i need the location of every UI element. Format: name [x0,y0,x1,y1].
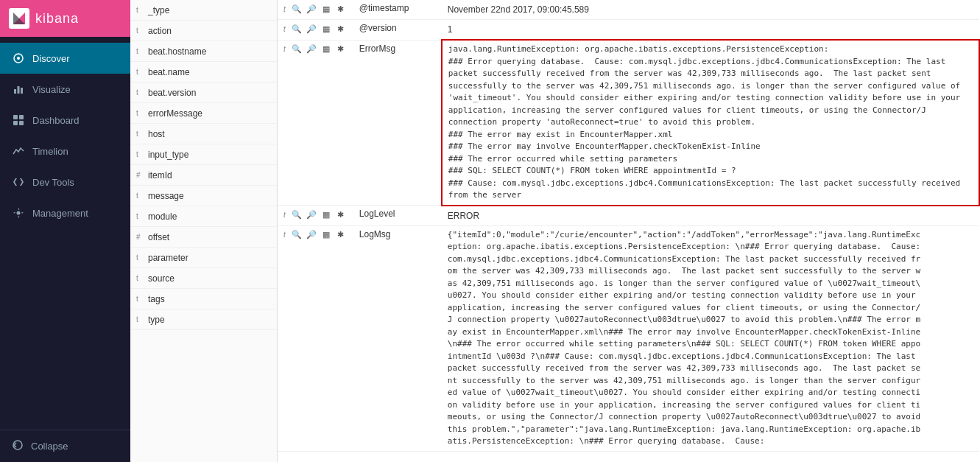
field-type-indicator: t [136,88,144,97]
field-name-label: host [148,129,271,139]
zoom-in-icon[interactable]: 🔍 [291,43,303,55]
field-row-host[interactable]: t host [130,124,277,144]
field-name-label: offset [148,232,271,242]
sidebar-item-timelion[interactable]: Timelion [0,136,130,167]
zoom-out-icon[interactable]: 🔎 [306,23,317,35]
field-row-input-type[interactable]: t input_type [130,144,277,165]
field-name-label: beat.hostname [148,46,271,57]
filter-exists-icon[interactable]: ✱ [335,23,347,35]
svg-point-13 [17,211,21,215]
field-type-indicator: t [136,47,144,55]
sidebar-item-dashboard-label: Dashboard [32,115,80,126]
field-type-indicator: # [136,233,144,241]
toggle-column-icon[interactable]: ▦ [320,209,332,220]
row-type-cell: t 🔍 🔎 ▦ ✱ [278,206,353,226]
zoom-out-icon[interactable]: 🔎 [306,209,317,220]
field-name-label: tags [148,294,271,304]
table-row: t 🔍 🔎 ▦ ✱ @version 1 [278,20,979,41]
discover-icon [12,52,25,65]
field-name-label: itemId [148,170,271,181]
field-name-cell: @version [353,20,442,41]
field-name-label: source [148,273,271,284]
field-name-label: beat.version [148,88,271,98]
field-row-offset[interactable]: # offset [130,227,277,248]
row-type-cell: t 🔍 🔎 ▦ ✱ [278,0,353,20]
content-area: t _type t action t beat.hostname t beat.… [130,0,980,462]
sidebar-item-devtools[interactable]: Dev Tools [0,167,130,197]
zoom-out-icon[interactable]: 🔎 [306,3,317,15]
sidebar-item-discover[interactable]: Discover [0,43,130,74]
field-type-indicator: t [136,68,144,76]
filter-exists-icon[interactable]: ✱ [335,229,347,241]
devtools-icon [12,175,25,189]
sidebar-item-dashboard[interactable]: Dashboard [0,105,130,136]
field-row-type[interactable]: t _type [130,0,277,21]
field-name-label: errorMessage [148,108,271,119]
field-name-cell: ErrorMsg [353,40,442,206]
sidebar-item-timelion-label: Timelion [32,146,68,157]
table-row: t 🔍 🔎 ▦ ✱ LogMsg {"itemId":0,"module":"/… [278,225,979,451]
toggle-column-icon[interactable]: ▦ [320,23,332,35]
collapse-label: Collapse [31,441,68,452]
field-value-cell: November 22nd 2017, 09:00:45.589 [442,0,979,20]
field-type-badge: t [283,45,286,53]
sidebar-item-visualize-label: Visualize [32,84,71,95]
field-row-tags[interactable]: t tags [130,289,277,309]
row-type-cell: t 🔍 🔎 ▦ ✱ [278,20,353,41]
sidebar-item-visualize[interactable]: Visualize [0,74,130,105]
field-name-label: action [148,26,271,36]
field-type-indicator: t [136,27,144,35]
collapse-button[interactable]: Collapse [0,430,130,462]
field-row-errormessage[interactable]: t errorMessage [130,103,277,124]
svg-marker-11 [13,178,17,186]
table-row: t 🔍 🔎 ▦ ✱ LogLevel ERROR [278,206,979,226]
field-name-label: input_type [148,150,271,160]
sidebar-item-management[interactable]: Management [0,197,130,228]
field-row-beat-version[interactable]: t beat.version [130,83,277,103]
zoom-in-icon[interactable]: 🔍 [291,229,303,241]
field-type-indicator: t [136,253,144,262]
kibana-logo-icon [9,8,29,29]
zoom-out-icon[interactable]: 🔎 [306,43,317,55]
field-type-indicator: t [136,212,144,220]
fields-panel: t _type t action t beat.hostname t beat.… [130,0,278,462]
field-row-source[interactable]: t source [130,268,277,289]
field-row-message[interactable]: t message [130,186,277,206]
zoom-in-icon[interactable]: 🔍 [291,209,303,220]
field-name-label: beat.name [148,67,271,77]
field-name-label: message [148,191,271,201]
sidebar-item-management-label: Management [32,208,88,219]
field-type-indicator: t [136,150,144,158]
svg-rect-10 [19,121,24,125]
field-type-indicator: t [136,109,144,117]
field-type-indicator: t [136,192,144,200]
filter-exists-icon[interactable]: ✱ [335,209,347,220]
field-row-module[interactable]: t module [130,206,277,227]
errormsg-value-cell: java.lang.RuntimeException: org.apache.i… [442,40,979,206]
field-type-badge: t [283,231,286,239]
field-row-action[interactable]: t action [130,21,277,41]
field-type-badge: t [283,25,286,33]
timelion-icon [12,144,25,158]
field-row-type-field[interactable]: t type [130,309,277,330]
zoom-out-icon[interactable]: 🔎 [306,229,317,241]
field-row-beat-hostname[interactable]: t beat.hostname [130,41,277,62]
toggle-column-icon[interactable]: ▦ [320,43,332,55]
field-name-cell: @timestamp [353,0,442,20]
field-row-itemid[interactable]: # itemId [130,165,277,186]
toggle-column-icon[interactable]: ▦ [320,229,332,241]
field-name-label: module [148,211,271,222]
filter-exists-icon[interactable]: ✱ [335,43,347,55]
filter-exists-icon[interactable]: ✱ [335,3,347,15]
field-type-indicator: t [136,315,144,323]
toggle-column-icon[interactable]: ▦ [320,3,332,15]
field-type-indicator: # [136,171,144,179]
row-type-cell: t 🔍 🔎 ▦ ✱ [278,225,353,451]
field-row-parameter[interactable]: t parameter [130,248,277,268]
field-name-cell: LogMsg [353,225,442,451]
svg-rect-9 [13,121,18,125]
zoom-in-icon[interactable]: 🔍 [291,23,303,35]
zoom-in-icon[interactable]: 🔍 [291,3,303,15]
sidebar: kibana Discover Visualize [0,0,130,462]
field-row-beat-name[interactable]: t beat.name [130,62,277,83]
